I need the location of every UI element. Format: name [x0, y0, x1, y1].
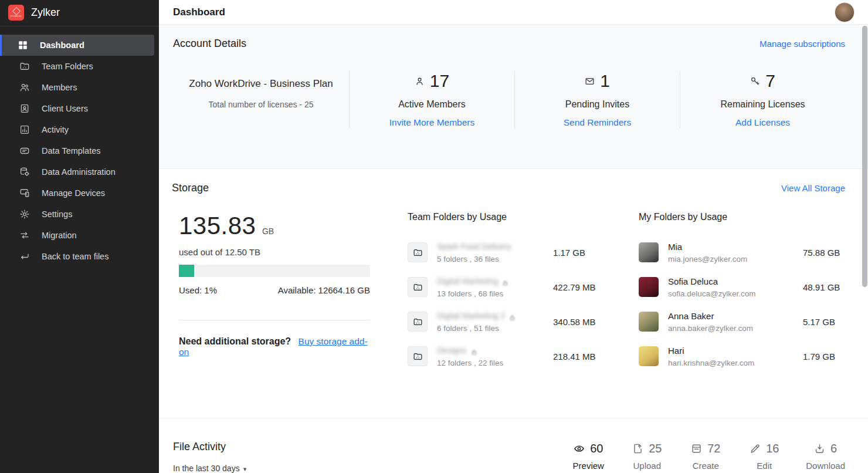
- my-folders-usage-title: My Folders by Usage: [639, 212, 845, 222]
- preview-stat[interactable]: 60 Preview: [571, 442, 605, 471]
- file-activity-section: File Activity In the last 30 days▾ 60: [159, 418, 868, 473]
- plan-summary: Zoho WorkDrive - Business Plan Total num…: [173, 71, 349, 128]
- team-folder-size: 340.58 MB: [553, 317, 599, 327]
- team-folder-row[interactable]: Digital Marketing 2 6 folders , 51 files…: [408, 309, 599, 335]
- edit-stat[interactable]: 16 Edit: [747, 442, 781, 471]
- download-icon: [814, 443, 825, 454]
- member-usage-row[interactable]: Anna Baker anna.baker@zylker.com 5.17 GB: [639, 309, 845, 335]
- member-name: Sofia Deluca: [668, 276, 803, 286]
- storage-usage-panel: 135.83 GB used out of 12.50 TB Used: 1% …: [179, 212, 370, 378]
- sidebar: ZYLKER INC Zylker Dashboard Team Folders: [0, 0, 159, 473]
- sidebar-item-migration[interactable]: Migration: [0, 225, 154, 246]
- team-folder-name: Designs: [437, 346, 467, 355]
- create-stat[interactable]: 72 Create: [689, 442, 723, 471]
- remaining-licenses-count: 7: [765, 71, 775, 91]
- active-members-label: Active Members: [355, 99, 508, 110]
- scrollbar-thumb[interactable]: [862, 26, 867, 287]
- sidebar-item-dashboard[interactable]: Dashboard: [0, 35, 154, 56]
- team-folder-row[interactable]: Spark Food Delivery 5 folders , 36 files…: [408, 239, 599, 265]
- team-folder-size: 422.79 MB: [553, 282, 599, 292]
- team-folders-usage-title: Team Folders by Usage: [408, 212, 599, 222]
- lock-icon: [502, 278, 508, 285]
- member-usage-row[interactable]: Hari hari.krishna@zylker.com 1.79 GB: [639, 343, 845, 369]
- team-folder-meta: 13 folders , 68 files: [437, 289, 553, 298]
- plan-name: Zoho WorkDrive - Business Plan: [173, 78, 349, 90]
- sidebar-item-label: Client Users: [42, 104, 88, 113]
- sidebar-item-label: Migration: [42, 231, 77, 240]
- download-stat[interactable]: 6 Download: [806, 442, 845, 471]
- team-folder-meta: 12 folders , 22 files: [437, 359, 553, 367]
- view-all-storage-link[interactable]: View All Storage: [781, 183, 845, 193]
- team-folder-name: Digital Marketing: [437, 276, 498, 286]
- edit-label: Edit: [747, 461, 781, 471]
- main-content: Dashboard Account Details Manage subscri…: [159, 0, 868, 473]
- envelope-icon: [585, 76, 595, 86]
- client-users-icon: [19, 103, 30, 114]
- my-folders-usage-panel: My Folders by Usage Mia mia.jones@zylker…: [639, 212, 845, 378]
- sidebar-item-label: Dashboard: [40, 40, 84, 50]
- member-email: hari.krishna@zylker.com: [668, 359, 803, 367]
- dashboard-grid-icon: [18, 40, 28, 50]
- upload-icon: [632, 443, 643, 454]
- activity-period-dropdown[interactable]: In the last 30 days▾: [173, 464, 246, 473]
- member-usage-row[interactable]: Sofia Deluca sofia.deluca@zylker.com 48.…: [639, 274, 845, 300]
- sidebar-item-data-administration[interactable]: Data Administration: [0, 161, 154, 183]
- sidebar-item-members[interactable]: Members: [0, 77, 154, 98]
- download-label: Download: [806, 461, 845, 471]
- member-name: Hari: [668, 346, 803, 356]
- chevron-down-icon: ▾: [243, 465, 247, 472]
- sidebar-item-data-templates[interactable]: Data Templates: [0, 140, 154, 161]
- team-folder-meta: 5 folders , 36 files: [437, 255, 553, 263]
- page-title: Dashboard: [173, 6, 225, 18]
- sidebar-menu: Dashboard Team Folders Members Client Us…: [0, 26, 159, 267]
- sidebar-item-team-folders[interactable]: Team Folders: [0, 56, 154, 77]
- user-avatar[interactable]: [835, 2, 855, 22]
- storage-available: Available: 12664.16 GB: [278, 285, 370, 295]
- top-bar: Dashboard: [159, 0, 868, 25]
- member-usage-row[interactable]: Mia mia.jones@zylker.com 75.88 GB: [639, 239, 845, 265]
- sidebar-item-manage-devices[interactable]: Manage Devices: [0, 183, 154, 204]
- key-icon: [750, 76, 760, 86]
- back-arrow-icon: [19, 251, 30, 262]
- create-icon: [691, 443, 702, 454]
- sidebar-item-label: Activity: [42, 125, 69, 134]
- zylker-logo-icon: ZYLKER INC: [8, 5, 24, 21]
- file-activity-title: File Activity: [173, 441, 246, 453]
- sidebar-item-back-to-team-files[interactable]: Back to team files: [0, 246, 154, 267]
- member-email: sofia.deluca@zylker.com: [668, 289, 803, 298]
- upload-stat[interactable]: 25 Upload: [630, 442, 664, 471]
- sidebar-item-client-users[interactable]: Client Users: [0, 98, 154, 119]
- lock-icon: [509, 313, 516, 319]
- add-licenses-link[interactable]: Add Licenses: [686, 117, 839, 128]
- pending-invites-count: 1: [600, 71, 610, 91]
- folder-icon: [408, 277, 428, 297]
- download-count: 6: [830, 442, 837, 455]
- addon-question: Need additional storage?: [179, 336, 291, 346]
- team-folder-row[interactable]: Digital Marketing 13 folders , 68 files …: [408, 274, 599, 300]
- member-email: mia.jones@zylker.com: [668, 255, 803, 263]
- manage-subscriptions-link[interactable]: Manage subscriptions: [760, 39, 845, 49]
- divider: [179, 320, 370, 320]
- sidebar-item-label: Manage Devices: [42, 188, 105, 198]
- remaining-licenses-stat: 7 Remaining Licenses Add Licenses: [680, 71, 845, 128]
- storage-used-value: 135.83: [179, 212, 256, 239]
- sidebar-item-activity[interactable]: Activity: [0, 119, 154, 140]
- data-administration-icon: [19, 167, 30, 177]
- team-folder-size: 218.41 MB: [553, 352, 599, 361]
- team-folder-row[interactable]: Designs 12 folders , 22 files 218.41 MB: [408, 343, 599, 369]
- create-count: 72: [707, 442, 720, 455]
- send-reminders-link[interactable]: Send Reminders: [521, 117, 674, 128]
- upload-label: Upload: [630, 461, 664, 471]
- active-members-count: 17: [430, 71, 449, 91]
- sidebar-item-settings[interactable]: Settings: [0, 204, 154, 225]
- pending-invites-stat: 1 Pending Invites Send Reminders: [514, 71, 680, 128]
- account-details-section: Account Details Manage subscriptions Zoh…: [159, 25, 868, 169]
- member-name: Anna Baker: [668, 311, 803, 321]
- data-templates-icon: [19, 146, 30, 156]
- scrollbar[interactable]: [862, 26, 867, 472]
- team-folder-meta: 6 folders , 51 files: [437, 324, 553, 333]
- create-label: Create: [689, 461, 723, 471]
- member-avatar: [639, 346, 659, 366]
- logo-row[interactable]: ZYLKER INC Zylker: [0, 0, 159, 26]
- invite-more-members-link[interactable]: Invite More Members: [355, 117, 508, 128]
